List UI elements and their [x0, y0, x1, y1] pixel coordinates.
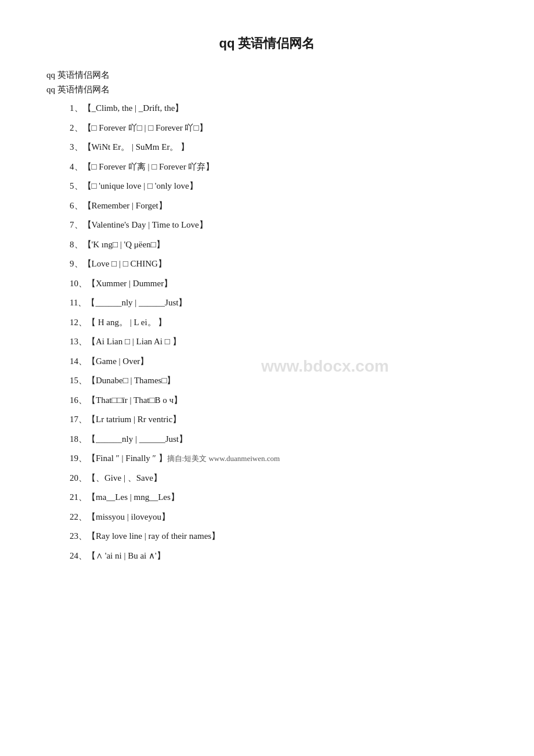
- item-number: 3、: [70, 142, 83, 152]
- item-number: 15、: [70, 376, 87, 385]
- item-content: 【∧ 'ai ni | Bu ai ∧'】: [87, 551, 165, 560]
- item-content: 【Love □ | □ CHING】: [83, 259, 167, 268]
- item-number: 12、: [70, 318, 87, 327]
- item-content: 【□ Forever 吖□ | □ Forever 吖□】: [83, 123, 208, 132]
- list-item: 20、【、Give | 、Save】: [70, 471, 488, 486]
- list-item: 3、【WiNt Er。 | SuMm Er。 】: [70, 140, 488, 155]
- list-item: 1、【_Climb, the | _Drift, the】: [70, 101, 488, 116]
- list-item: 2、【□ Forever 吖□ | □ Forever 吖□】: [70, 121, 488, 136]
- list-item: 19、【Final ″ | Finally ″ 】摘自:短美文 www.duan…: [70, 451, 488, 466]
- item-content: 【Ai Lian □ | Lian Ai □ 】: [87, 337, 181, 346]
- item-content: 【______nly | ______Just】: [87, 434, 187, 444]
- list-item: 10、【Xummer | Dummer】: [70, 276, 488, 291]
- item-content: 【Xummer | Dummer】: [87, 279, 172, 288]
- item-number: 23、: [70, 531, 87, 541]
- page-title: qq 英语情侣网名: [46, 35, 488, 52]
- item-number: 16、: [70, 395, 87, 405]
- list-item: 21、【ma__Les | mng__Les】: [70, 490, 488, 505]
- items-list: 1、【_Climb, the | _Drift, the】2、【□ Foreve…: [46, 101, 488, 563]
- list-item: 24、【∧ 'ai ni | Bu ai ∧'】: [70, 549, 488, 564]
- item-number: 1、: [70, 103, 83, 113]
- item-number: 13、: [70, 337, 87, 346]
- item-number: 10、: [70, 279, 87, 288]
- item-number: 22、: [70, 512, 87, 521]
- list-item: 16、【That□□īr | That□B о ч】: [70, 393, 488, 408]
- item-content: 【_Climb, the | _Drift, the】: [83, 103, 184, 113]
- item-content: 【□ Forever 吖离 | □ Forever 吖弃】: [83, 162, 215, 171]
- item-content: 【Final ″ | Finally ″ 】: [87, 453, 167, 463]
- item-number: 7、: [70, 220, 83, 229]
- list-item: 15、【Dunabe□ | Thames□】: [70, 373, 488, 388]
- item-content: 【missyou | iloveyou】: [87, 512, 170, 521]
- list-item: 22、【missyou | iloveyou】: [70, 510, 488, 525]
- list-item: 13、【Ai Lian □ | Lian Ai □ 】: [70, 334, 488, 350]
- list-item: 7、【Valentine's Day | Time to Love】: [70, 218, 488, 233]
- item-content: 【ma__Les | mng__Les】: [87, 492, 179, 502]
- item-content: 【、Give | 、Save】: [87, 473, 162, 483]
- item-content: 【Valentine's Day | Time to Love】: [83, 220, 208, 229]
- subtitle-2: qq 英语情侣网名: [46, 84, 488, 95]
- source-note: 摘自:短美文 www.duanmeiwen.com: [167, 454, 280, 463]
- item-content: 【Dunabe□ | Thames□】: [87, 376, 175, 385]
- item-number: 19、: [70, 453, 87, 463]
- list-item: 23、【Ray love line | ray of their names】: [70, 529, 488, 544]
- list-item: 9、【Love □ | □ CHING】: [70, 257, 488, 272]
- item-number: 4、: [70, 162, 83, 171]
- item-number: 20、: [70, 473, 87, 483]
- item-content: 【'K ıng□ | 'Q μёen□】: [83, 240, 165, 249]
- list-item: 18、【______nly | ______Just】: [70, 432, 488, 447]
- item-content: 【Remember | Forget】: [83, 201, 167, 210]
- item-number: 24、: [70, 551, 87, 560]
- item-number: 9、: [70, 259, 83, 268]
- list-item: 17、【Lr tatrium | Rr ventric】: [70, 412, 488, 427]
- item-content: 【Lr tatrium | Rr ventric】: [87, 415, 181, 424]
- item-content: 【That□□īr | That□B о ч】: [87, 395, 182, 405]
- list-item: 8、【'K ıng□ | 'Q μёen□】: [70, 237, 488, 253]
- item-number: 18、: [70, 434, 87, 444]
- item-number: 17、: [70, 415, 87, 424]
- item-number: 21、: [70, 492, 87, 502]
- item-number: 5、: [70, 181, 83, 190]
- item-content: 【WiNt Er。 | SuMm Er。 】: [83, 142, 190, 152]
- list-item: 4、【□ Forever 吖离 | □ Forever 吖弃】: [70, 160, 488, 175]
- item-number: 14、: [70, 357, 87, 366]
- subtitle-1: qq 英语情侣网名: [46, 70, 488, 81]
- item-number: 6、: [70, 201, 83, 210]
- item-content: 【Game | Over】: [87, 357, 149, 366]
- list-item: 11、【______nly | ______Just】: [70, 296, 488, 311]
- list-item: 5、【□ 'unique love | □ 'only love】: [70, 179, 488, 194]
- item-number: 11、: [70, 298, 86, 307]
- list-item: 6、【Remember | Forget】: [70, 199, 488, 214]
- item-number: 2、: [70, 123, 83, 132]
- item-content: 【 H ang。 | L ei。 】: [87, 318, 167, 327]
- list-item: 14、【Game | Over】: [70, 354, 488, 369]
- item-content: 【Ray love line | ray of their names】: [87, 531, 220, 541]
- item-content: 【□ 'unique love | □ 'only love】: [83, 181, 198, 190]
- item-number: 8、: [70, 240, 83, 249]
- list-item: 12、【 H ang。 | L ei。 】: [70, 315, 488, 330]
- item-content: 【______nly | ______Just】: [86, 298, 187, 307]
